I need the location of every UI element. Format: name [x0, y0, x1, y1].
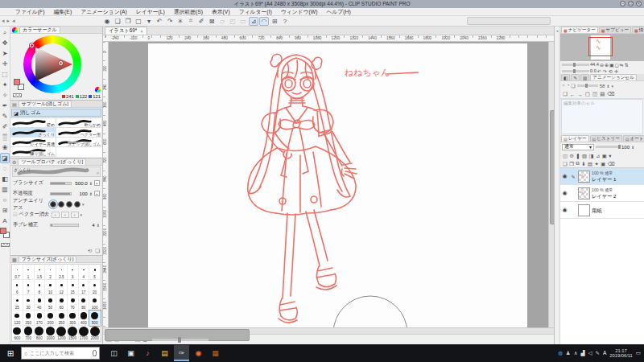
microphone-icon[interactable] — [93, 350, 97, 356]
current-color-swatch[interactable] — [14, 79, 20, 85]
icon-tab[interactable]: ▥ — [580, 74, 589, 80]
opacity-option-button[interactable]: ▪ — [94, 191, 100, 196]
brush-size-cell[interactable]: 1.5 — [35, 265, 46, 280]
lighttable-opacity-value[interactable]: 58 — [600, 84, 605, 88]
tool-icon[interactable]: ⬚ — [0, 69, 10, 80]
command-icon[interactable]: ▾ — [144, 17, 154, 26]
document-tab-close-icon[interactable]: × — [140, 29, 143, 34]
menu-item[interactable]: 選択範囲(S) — [170, 8, 207, 16]
animation-icon[interactable]: ⌫ — [607, 91, 614, 97]
tool-icon[interactable]: ▒ — [0, 132, 10, 142]
brush-size-cell[interactable]: 0.7 — [12, 265, 23, 280]
layer-row[interactable]: ◉ ∿ 100 % 通常 レイヤー 2 — [560, 185, 644, 202]
antialias-dropdown[interactable]: ▾ — [82, 202, 85, 207]
menu-item[interactable]: 編集(E) — [50, 8, 76, 16]
document-tab[interactable]: イラスト69* × — [105, 27, 147, 35]
navigator-rotate-value[interactable]: 0.0 — [590, 68, 597, 73]
brush-size-cell[interactable]: 700 — [23, 326, 35, 341]
antialias-weak-option[interactable] — [58, 201, 64, 208]
tool-icon[interactable]: ◧ — [0, 174, 10, 184]
layer-tab[interactable]: ▤ヒストリー — [590, 135, 622, 142]
animation-icon[interactable]: ▢ — [585, 91, 590, 97]
tool-icon[interactable]: A — [0, 216, 10, 226]
animation-icon[interactable]: ← — [570, 92, 576, 97]
layer-command-icon[interactable]: ▾ — [609, 153, 611, 158]
brush-size-cell[interactable]: 800 — [35, 326, 46, 341]
tray-icon[interactable]: ◁ — [588, 350, 592, 356]
brush-size-cell[interactable]: 3 — [68, 265, 79, 280]
animation-icon[interactable]: → — [577, 92, 583, 97]
tray-icon[interactable]: ∧ — [574, 350, 578, 356]
navigator-tab[interactable]: ▦情報 — [632, 27, 644, 33]
brush-size-cell[interactable]: 170 — [35, 311, 46, 326]
navigator-zoom-slider[interactable] — [562, 64, 589, 66]
vector-erase-checkbox[interactable]: ☑ — [13, 212, 18, 217]
hue-marker[interactable] — [30, 43, 34, 47]
layer-tab[interactable]: ▤レイヤー — [561, 135, 589, 142]
horizontal-scrollbar[interactable] — [103, 327, 554, 334]
taskbar-app-icon[interactable]: ✑ — [174, 345, 189, 361]
lighttable-opacity-slider[interactable] — [577, 84, 598, 87]
brush-size-cell[interactable]: 1500 — [68, 326, 79, 341]
sub-tool-group[interactable]: ◪ 消しゴム — [11, 109, 101, 117]
command-icon[interactable]: ▱ — [217, 17, 227, 26]
brush-size-cell[interactable]: 1000 — [45, 326, 56, 341]
tool-icon[interactable]: ✛ — [0, 59, 10, 69]
animation-icon[interactable]: ❏ — [563, 91, 568, 97]
stabilize-slider[interactable] — [50, 224, 79, 227]
brush-size-cell[interactable]: 1 — [23, 265, 35, 280]
canvas-drawing[interactable]: ねねちゃん — [103, 42, 548, 327]
layer-tab[interactable]: ▤オートアクション — [623, 135, 644, 142]
menu-item[interactable]: レイヤー(L) — [132, 8, 169, 16]
dock-collapse-icon[interactable]: ◂ — [2, 18, 5, 24]
command-icon[interactable]: ↶ — [155, 17, 164, 26]
layer-visibility-icon[interactable]: ◉ — [561, 173, 568, 179]
brush-size-cell[interactable]: 70 — [68, 295, 79, 311]
opacity-slider[interactable] — [50, 192, 72, 195]
layer-command-icon[interactable]: ▣ — [601, 161, 605, 167]
brush-size-cell[interactable]: 2.5 — [56, 265, 68, 280]
navigator-icon[interactable]: ↶ — [597, 68, 601, 74]
navigator-icon[interactable]: ⊖ — [600, 62, 604, 68]
brush-size-cell[interactable]: 5 — [89, 265, 101, 280]
brush-size-cell[interactable]: 2000 — [89, 326, 101, 341]
tool-icon[interactable]: ◌ — [0, 163, 10, 174]
command-icon[interactable]: ✳ — [175, 17, 185, 26]
transparent-chip[interactable] — [13, 93, 22, 97]
menu-item[interactable]: フィルター(I) — [235, 8, 276, 16]
brush-size-cell[interactable]: 12 — [56, 280, 68, 295]
tool-icon[interactable]: ○ — [0, 195, 10, 205]
tool-icon[interactable]: ❀ — [0, 142, 10, 153]
tray-icon[interactable]: ♟ — [566, 350, 571, 356]
navigator-icon[interactable]: ⇅ — [625, 62, 629, 68]
taskbar-app-icon[interactable]: ▣ — [123, 345, 138, 361]
layer-name[interactable]: レイヤー 1 — [592, 176, 616, 182]
command-icon[interactable]: ◉ — [102, 17, 112, 26]
command-icon[interactable]: ▭ — [238, 17, 248, 26]
navigator-icon[interactable]: ✛ — [614, 68, 618, 74]
sub-tool-tab[interactable]: サブツール[消しゴム] — [19, 101, 72, 107]
brush-size-cell[interactable]: 7 — [23, 280, 35, 295]
brush-size-cell[interactable]: 17 — [79, 280, 90, 295]
brush-size-cell[interactable]: 80 — [79, 295, 90, 311]
docked-palette-handle[interactable] — [467, 17, 551, 25]
animation-icon[interactable]: ▤ — [600, 91, 605, 97]
layer-visibility-icon[interactable]: ◉ — [561, 207, 568, 213]
animation-cell-tab[interactable]: アニメーションセル — [590, 74, 636, 80]
action-center-icon[interactable]: ▭ — [636, 350, 641, 356]
antialias-middle-option[interactable] — [66, 201, 72, 208]
tray-icon[interactable]: ▟ — [580, 350, 584, 356]
layer-command-icon[interactable]: ◨ — [588, 153, 593, 158]
vector-erase-option-1[interactable]: ＋ — [52, 212, 60, 218]
layer-visibility-icon[interactable]: ◉ — [561, 190, 568, 196]
sub-tool-item[interactable]: 練り消しゴム — [10, 147, 56, 157]
antialias-none-option[interactable] — [50, 201, 56, 208]
tool-icon[interactable]: ✐ — [0, 121, 10, 132]
brush-size-cell[interactable]: 10 — [45, 280, 56, 295]
menu-item[interactable]: ヘルプ(H) — [322, 8, 354, 16]
animation-toolbar-icon[interactable]: ❏ — [571, 83, 575, 88]
brush-size-slider[interactable] — [50, 182, 72, 185]
command-icon[interactable]: ✐ — [196, 17, 206, 26]
layer-command-icon[interactable]: ▣ — [602, 153, 607, 158]
vector-erase-dropdown[interactable]: ▾ — [80, 212, 83, 217]
